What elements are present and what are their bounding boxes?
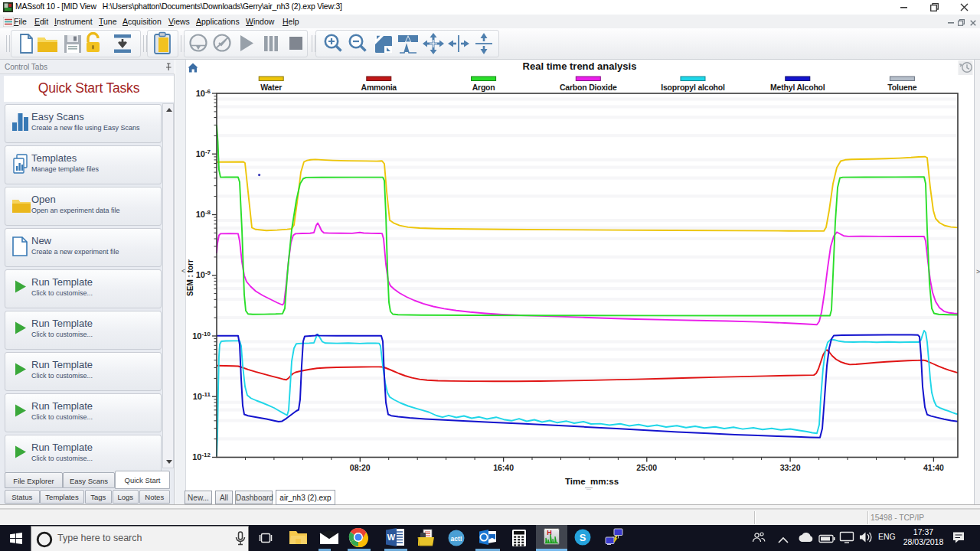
svg-text:S: S xyxy=(580,532,586,543)
svg-text:Real time trend analysis: Real time trend analysis xyxy=(523,60,637,72)
svg-text:Methyl Alcohol: Methyl Alcohol xyxy=(770,83,825,92)
svg-text:act!: act! xyxy=(450,535,462,543)
svg-text:Time mm:ss: Time mm:ss xyxy=(565,477,619,486)
svg-text:Argon: Argon xyxy=(472,83,495,92)
svg-text:16:40: 16:40 xyxy=(493,463,514,472)
svg-text:Toluene: Toluene xyxy=(887,83,916,92)
svg-text:25:00: 25:00 xyxy=(636,463,657,472)
svg-text:41:40: 41:40 xyxy=(923,463,944,472)
svg-text:W: W xyxy=(387,533,396,542)
svg-text:Ammonia: Ammonia xyxy=(361,83,397,92)
svg-text:Water: Water xyxy=(260,83,282,92)
svg-text:33:20: 33:20 xyxy=(780,463,801,472)
svg-text:08:20: 08:20 xyxy=(350,463,371,472)
svg-text:Isopropyl alcohol: Isopropyl alcohol xyxy=(661,83,725,92)
svg-text:SEM : torr: SEM : torr xyxy=(186,259,194,296)
svg-text:Carbon Dioxide: Carbon Dioxide xyxy=(560,83,617,92)
